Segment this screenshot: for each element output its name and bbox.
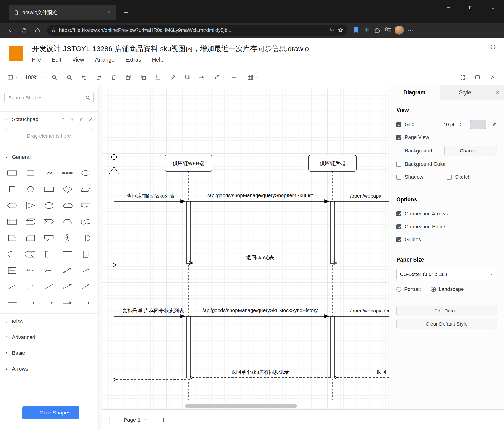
shape-cylinder[interactable] [40,200,58,211]
menu-help[interactable]: Help [152,57,163,63]
url-text[interactable]: https://file.kkview.cn/onlinePreview?url… [59,27,325,33]
shape-and[interactable] [3,249,21,259]
format-panel-button[interactable] [472,72,483,83]
shape-rounded-rectangle[interactable] [21,168,40,178]
search-icon[interactable] [85,95,91,101]
theme-toggle-icon[interactable] [489,43,497,51]
shape-callout[interactable] [40,233,58,243]
delete-button[interactable] [108,72,119,83]
zoom-in-button[interactable] [49,72,60,83]
shape-tape[interactable] [77,216,95,227]
grid-color-swatch[interactable] [470,120,486,129]
zoom-level-button[interactable]: 100% [23,72,45,83]
shape-rectangle[interactable] [3,168,21,178]
page-tab[interactable]: Page-1 [117,410,154,430]
grid-size-spinner[interactable] [457,120,463,129]
search-shapes-input[interactable] [4,92,94,103]
shape-annotation[interactable] [40,249,58,259]
to-back-button[interactable] [138,72,149,83]
menu-file[interactable]: File [32,57,41,63]
shadow-checkbox[interactable] [396,175,401,180]
drawing-canvas[interactable]: 供应链WEB端 供应链后端 查询店铺商品sku列表 /api/goods/sho… [102,85,389,410]
menu-edit[interactable]: Edit [52,57,61,63]
change-background-button[interactable]: Change... [444,146,497,156]
zoom-out-button[interactable] [64,72,75,83]
shape-container[interactable] [58,249,77,259]
activation-web-2[interactable] [186,316,191,378]
shape-trapezoid[interactable] [58,216,77,227]
help-icon[interactable]: ? [61,117,65,122]
pages-menu-button[interactable] [106,416,113,424]
grid-color-picker-icon[interactable] [492,122,497,127]
tab-diagram[interactable]: Diagram [389,85,440,100]
menu-view[interactable]: View [72,57,84,63]
window-minimize-button[interactable] [437,0,460,15]
waypoints-button[interactable] [213,72,226,83]
menu-arrange[interactable]: Arrange [95,57,115,63]
activation-backend-1[interactable] [330,201,334,263]
activation-backend-2[interactable] [330,316,334,378]
shape-curve[interactable] [40,265,58,276]
favorite-star-icon[interactable] [337,27,344,33]
shape-hexagon[interactable] [3,200,21,211]
more-shapes-button[interactable]: More Shapes [22,406,79,420]
undo-button[interactable] [79,72,90,83]
grid-size-input[interactable] [441,120,457,129]
shape-dashed-line[interactable] [3,281,21,292]
shape-directional-connector[interactable] [77,281,95,292]
sketch-checkbox[interactable] [447,175,452,180]
collections-icon[interactable] [353,27,360,34]
shape-heading[interactable]: Heading [58,168,77,178]
tab-close-icon[interactable] [107,10,112,15]
shield-extension-icon[interactable]: t [363,27,370,34]
shape-document[interactable] [77,200,95,211]
profile-avatar[interactable] [395,26,404,35]
shape-data-storage[interactable] [21,249,40,259]
sequence-diagram[interactable]: 供应链WEB端 供应链后端 查询店铺商品sku列表 /api/goods/sho… [102,85,389,410]
shape-text[interactable]: Text [40,168,58,178]
shape-line[interactable] [40,281,58,292]
to-front-button[interactable] [123,72,134,83]
add-page-button[interactable] [160,417,167,423]
actor-figure[interactable] [109,154,119,174]
section-advanced[interactable]: Advanced [0,329,98,345]
lock-icon[interactable] [51,28,56,33]
scratchpad-dropzone[interactable]: Drag elements here [6,129,92,143]
view-panel-button[interactable] [6,72,19,83]
shape-parallelogram[interactable] [77,184,95,195]
collapse-button[interactable] [487,72,498,83]
window-close-button[interactable] [482,0,504,15]
shape-vertical-container[interactable] [77,249,95,259]
paper-size-select[interactable]: US-Letter (8,5" x 11") [396,269,497,280]
shape-ellipse[interactable] [77,168,95,178]
horizontal-scrollbar[interactable] [185,404,297,408]
section-general[interactable]: General [0,149,98,165]
table-button[interactable] [246,72,259,83]
back-button[interactable] [4,24,17,36]
shape-cloud[interactable] [58,200,77,211]
tab-style[interactable]: Style [440,85,490,100]
browser-tab[interactable]: drawio文件预览 [9,5,117,20]
fill-color-button[interactable] [153,72,163,83]
page-view-checkbox[interactable] [396,135,401,140]
shape-list[interactable]: List [3,265,21,276]
shape-triangle[interactable] [21,200,40,211]
shape-actor[interactable] [58,233,77,243]
shape-dotted-line[interactable] [21,281,40,292]
shape-double-arrow[interactable] [58,298,77,308]
redo-button[interactable] [93,72,104,83]
shape-square[interactable] [3,184,21,195]
shape-internal-storage[interactable] [3,216,21,227]
shape-cube[interactable] [21,216,40,227]
shape-list-item[interactable]: List Item [21,265,40,276]
browser-menu-icon[interactable] [407,27,414,34]
panel-close-icon[interactable] [495,90,500,95]
shadow-button[interactable] [182,72,193,83]
add-scratchpad-icon[interactable] [70,117,74,122]
activation-web-1[interactable] [186,201,191,263]
line-color-button[interactable] [167,72,178,83]
refresh-button[interactable] [17,24,31,36]
edit-scratchpad-icon[interactable] [79,117,84,122]
shape-note[interactable] [3,233,21,243]
grid-size-stepper[interactable] [441,120,464,129]
